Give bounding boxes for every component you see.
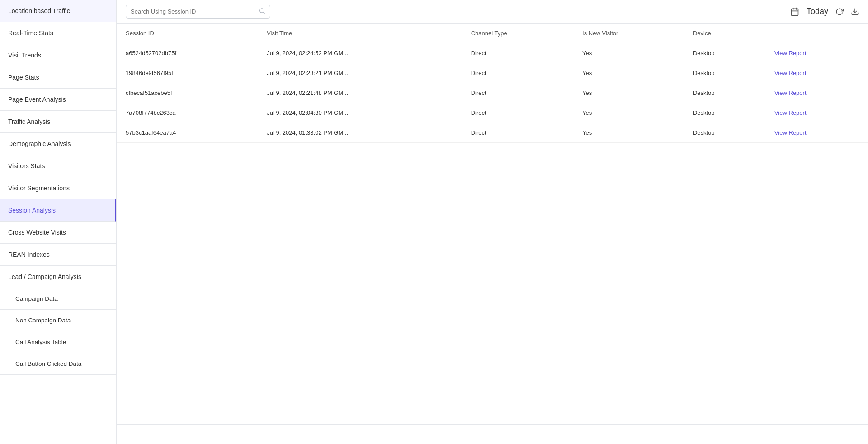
table-row: 57b3c1aaf64ea7a4Jul 9, 2024, 01:33:02 PM… <box>117 123 868 143</box>
cell-action: View Report <box>765 63 868 83</box>
sidebar-item-visit-trends[interactable]: Visit Trends <box>0 44 116 66</box>
table-container: Session ID Visit Time Channel Type Is Ne… <box>117 24 868 424</box>
table-row: cfbecaf51acebe5fJul 9, 2024, 02:21:48 PM… <box>117 83 868 103</box>
sidebar-item-session-analysis[interactable]: Session Analysis <box>0 199 116 222</box>
sidebar-item-visitors-stats[interactable]: Visitors Stats <box>0 155 116 177</box>
col-is-new-visitor: Is New Visitor <box>573 24 684 43</box>
sidebar-item-rean-indexes[interactable]: REAN Indexes <box>0 244 116 266</box>
cell-action: View Report <box>765 123 868 143</box>
cell-is-new-visitor: Yes <box>573 123 684 143</box>
refresh-button[interactable] <box>835 8 844 16</box>
col-channel-type: Channel Type <box>462 24 573 43</box>
cell-visit-time: Jul 9, 2024, 02:21:48 PM GM... <box>258 83 462 103</box>
sidebar-item-traffic-analysis[interactable]: Traffic Analysis <box>0 111 116 133</box>
view-report-link[interactable]: View Report <box>774 129 807 136</box>
cell-device: Desktop <box>684 103 765 123</box>
sidebar-item-call-analysis-table[interactable]: Call Analysis Table <box>0 331 116 353</box>
cell-channel-type: Direct <box>462 83 573 103</box>
calendar-button[interactable] <box>790 7 799 16</box>
header-right: Today <box>790 7 859 16</box>
sidebar-item-real-time-stats[interactable]: Real-Time Stats <box>0 22 116 44</box>
col-visit-time: Visit Time <box>258 24 462 43</box>
search-box[interactable] <box>126 5 270 19</box>
cell-action: View Report <box>765 83 868 103</box>
sidebar-item-non-campaign-data[interactable]: Non Campaign Data <box>0 310 116 331</box>
sidebar: Location based TrafficReal-Time StatsVis… <box>0 0 117 444</box>
cell-is-new-visitor: Yes <box>573 63 684 83</box>
header-bar: Today <box>117 0 868 24</box>
cell-device: Desktop <box>684 83 765 103</box>
cell-session-id: cfbecaf51acebe5f <box>117 83 258 103</box>
cell-channel-type: Direct <box>462 123 573 143</box>
svg-rect-2 <box>791 9 798 15</box>
cell-session-id: 7a708f774bc263ca <box>117 103 258 123</box>
cell-visit-time: Jul 9, 2024, 01:33:02 PM GM... <box>258 123 462 143</box>
cell-device: Desktop <box>684 63 765 83</box>
cell-is-new-visitor: Yes <box>573 103 684 123</box>
cell-device: Desktop <box>684 123 765 143</box>
search-icon <box>259 8 265 15</box>
svg-line-1 <box>264 12 265 14</box>
table-row: 7a708f774bc263caJul 9, 2024, 02:04:30 PM… <box>117 103 868 123</box>
view-report-link[interactable]: View Report <box>774 50 807 57</box>
col-action <box>765 24 868 43</box>
cell-channel-type: Direct <box>462 43 573 63</box>
search-input[interactable] <box>131 8 255 15</box>
sidebar-item-lead-campaign-analysis[interactable]: Lead / Campaign Analysis <box>0 266 116 288</box>
sidebar-item-page-stats[interactable]: Page Stats <box>0 66 116 89</box>
view-report-link[interactable]: View Report <box>774 109 807 116</box>
sidebar-item-page-event-analysis[interactable]: Page Event Analysis <box>0 89 116 111</box>
view-report-link[interactable]: View Report <box>774 70 807 76</box>
download-button[interactable] <box>851 8 859 16</box>
sessions-table: Session ID Visit Time Channel Type Is Ne… <box>117 24 868 143</box>
sidebar-item-location-based-traffic[interactable]: Location based Traffic <box>0 0 116 22</box>
cell-session-id: a6524d52702db75f <box>117 43 258 63</box>
sidebar-item-visitor-segmentations[interactable]: Visitor Segmentations <box>0 177 116 199</box>
table-row: 19846de9f567f95fJul 9, 2024, 02:23:21 PM… <box>117 63 868 83</box>
table-header: Session ID Visit Time Channel Type Is Ne… <box>117 24 868 43</box>
table-body: a6524d52702db75fJul 9, 2024, 02:24:52 PM… <box>117 43 868 143</box>
cell-action: View Report <box>765 103 868 123</box>
cell-session-id: 57b3c1aaf64ea7a4 <box>117 123 258 143</box>
cell-is-new-visitor: Yes <box>573 83 684 103</box>
cell-action: View Report <box>765 43 868 63</box>
cell-channel-type: Direct <box>462 63 573 83</box>
cell-session-id: 19846de9f567f95f <box>117 63 258 83</box>
cell-visit-time: Jul 9, 2024, 02:24:52 PM GM... <box>258 43 462 63</box>
table-row: a6524d52702db75fJul 9, 2024, 02:24:52 PM… <box>117 43 868 63</box>
cell-visit-time: Jul 9, 2024, 02:23:21 PM GM... <box>258 63 462 83</box>
cell-visit-time: Jul 9, 2024, 02:04:30 PM GM... <box>258 103 462 123</box>
cell-device: Desktop <box>684 43 765 63</box>
sidebar-item-cross-website-visits[interactable]: Cross Website Visits <box>0 222 116 244</box>
view-report-link[interactable]: View Report <box>774 90 807 96</box>
footer-bar <box>117 424 868 444</box>
main-content: Today Session ID Visit Ti <box>117 0 868 444</box>
today-button[interactable]: Today <box>807 7 828 16</box>
sidebar-item-demographic-analysis[interactable]: Demographic Analysis <box>0 133 116 155</box>
cell-is-new-visitor: Yes <box>573 43 684 63</box>
sidebar-item-campaign-data[interactable]: Campaign Data <box>0 288 116 310</box>
cell-channel-type: Direct <box>462 103 573 123</box>
col-session-id: Session ID <box>117 24 258 43</box>
col-device: Device <box>684 24 765 43</box>
sidebar-item-call-button-clicked-data[interactable]: Call Button Clicked Data <box>0 353 116 375</box>
